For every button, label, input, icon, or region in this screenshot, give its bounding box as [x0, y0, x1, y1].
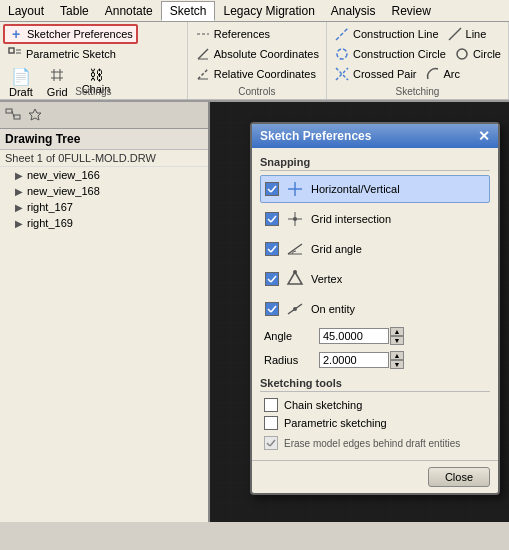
content-area: Drawing Tree Sheet 1 of 0FULL-MOLD.DRW ▶… — [0, 102, 509, 522]
arc-icon — [425, 66, 441, 82]
absolute-coords-label: Absolute Coordinates — [214, 48, 319, 60]
sketching-tools-label: Sketching tools — [260, 377, 490, 392]
parametric-sketching-checkbox[interactable] — [264, 416, 278, 430]
parametric-sketch-button[interactable]: Parametric Sketch — [3, 44, 120, 64]
sketcher-preferences-button[interactable]: + Sketcher Preferences — [3, 24, 138, 44]
horiz-vert-checkbox[interactable] — [265, 182, 279, 196]
snap-vertex[interactable]: Vertex — [260, 265, 490, 293]
modal-close-icon[interactable]: ✕ — [478, 128, 490, 144]
erase-checkbox — [264, 436, 278, 450]
grid-intersection-checkbox[interactable] — [265, 212, 279, 226]
grid-button[interactable]: Grid — [41, 64, 74, 84]
chain-sketching-item[interactable]: Chain sketching — [260, 396, 490, 414]
sketcher-prefs-icon: + — [8, 26, 24, 42]
angle-up-button[interactable]: ▲ — [390, 327, 404, 336]
crossed-pair-label: Crossed Pair — [353, 68, 417, 80]
on-entity-checkbox[interactable] — [265, 302, 279, 316]
radius-down-button[interactable]: ▼ — [390, 360, 404, 369]
grid-snap-icon — [285, 209, 305, 229]
radius-input[interactable] — [319, 352, 389, 368]
panel-star-icon[interactable] — [24, 104, 46, 126]
vertex-checkbox[interactable] — [265, 272, 279, 286]
svg-line-28 — [271, 216, 276, 222]
modal-header: Sketch Preferences ✕ — [252, 124, 498, 148]
menu-annotate[interactable]: Annotate — [97, 2, 161, 20]
on-entity-label: On entity — [311, 303, 355, 315]
tree-item-right-169[interactable]: ▶ right_169 — [0, 215, 208, 231]
angle-row: Angle ▲ ▼ — [260, 325, 490, 347]
line-button[interactable]: Line — [443, 24, 491, 44]
svg-line-20 — [12, 111, 14, 117]
absolute-coords-button[interactable]: Absolute Coordinates — [191, 44, 323, 64]
construction-circle-button[interactable]: Construction Circle — [330, 44, 450, 64]
snap-horiz-vert[interactable]: Horizontal/Vertical — [260, 175, 490, 203]
on-entity-icon — [285, 299, 305, 319]
grid-icon — [49, 67, 65, 86]
arc-button[interactable]: Arc — [421, 64, 465, 84]
parametric-icon — [7, 46, 23, 62]
grid-angle-checkbox[interactable] — [265, 242, 279, 256]
tree-item-new-view-166[interactable]: ▶ new_view_166 — [0, 167, 208, 183]
references-button[interactable]: References — [191, 24, 323, 44]
panel-toolbar — [0, 102, 208, 129]
tree-item-new-view-168[interactable]: ▶ new_view_168 — [0, 183, 208, 199]
chain-button[interactable]: ⛓ Chain — [76, 64, 117, 84]
menubar: Layout Table Annotate Sketch Legacy Migr… — [0, 0, 509, 22]
sketching-section-label: Sketching — [330, 86, 505, 97]
circle-button[interactable]: Circle — [450, 44, 505, 64]
grid-intersection-label: Grid intersection — [311, 213, 391, 225]
controls-section: References Absolute Coordinates Relative… — [188, 22, 327, 99]
ribbon-row: + Sketcher Preferences Parametric Sketch… — [0, 22, 509, 100]
construction-circle-icon — [334, 46, 350, 62]
erase-item: Erase model edges behind draft entities — [260, 434, 490, 452]
sketch-preferences-dialog: Sketch Preferences ✕ Snapping Hor — [250, 122, 500, 495]
controls-buttons: References Absolute Coordinates Relative… — [191, 24, 323, 84]
svg-line-43 — [271, 306, 276, 312]
tree-item-right-167[interactable]: ▶ right_167 — [0, 199, 208, 215]
chain-sketching-label: Chain sketching — [284, 399, 362, 411]
menu-sketch[interactable]: Sketch — [161, 1, 216, 21]
tree-icon-1: ▶ — [15, 186, 23, 197]
parametric-sketching-item[interactable]: Parametric sketching — [260, 414, 490, 432]
menu-review[interactable]: Review — [384, 2, 439, 20]
cad-canvas: Sketch Preferences ✕ Snapping Hor — [210, 102, 509, 522]
close-button[interactable]: Close — [428, 467, 490, 487]
snap-grid-intersection[interactable]: Grid intersection — [260, 205, 490, 233]
snap-grid-angle[interactable]: Grid angle — [260, 235, 490, 263]
snap-on-entity[interactable]: On entity — [260, 295, 490, 323]
draft-button[interactable]: 📄 Draft — [3, 64, 39, 84]
sketching-section: Construction Line Line Construct — [327, 22, 509, 99]
menu-layout[interactable]: Layout — [0, 2, 52, 20]
construction-line-button[interactable]: Construction Line — [330, 24, 443, 44]
svg-rect-0 — [9, 48, 14, 53]
svg-line-39 — [271, 276, 276, 282]
menu-table[interactable]: Table — [52, 2, 97, 20]
crossed-pair-icon — [334, 66, 350, 82]
angle-input[interactable] — [319, 328, 389, 344]
settings-section-label: Settings — [3, 86, 184, 97]
sketching-buttons: Construction Line Line Construct — [330, 24, 505, 84]
svg-marker-21 — [29, 109, 41, 120]
chain-sketching-checkbox[interactable] — [264, 398, 278, 412]
radius-row: Radius ▲ ▼ — [260, 349, 490, 371]
menu-analysis[interactable]: Analysis — [323, 2, 384, 20]
circle-label: Circle — [473, 48, 501, 60]
radius-up-button[interactable]: ▲ — [390, 351, 404, 360]
svg-point-45 — [293, 307, 297, 311]
left-panel: Drawing Tree Sheet 1 of 0FULL-MOLD.DRW ▶… — [0, 102, 210, 522]
svg-point-33 — [293, 217, 297, 221]
grid-angle-label: Grid angle — [311, 243, 362, 255]
panel-tree-icon[interactable] — [2, 104, 24, 126]
modal-footer: Close — [252, 460, 498, 493]
svg-line-8 — [198, 49, 208, 59]
angle-spinner: ▲ ▼ — [390, 327, 404, 345]
vertex-label: Vertex — [311, 273, 342, 285]
construction-line-label: Construction Line — [353, 28, 439, 40]
settings-buttons: + Sketcher Preferences Parametric Sketch… — [3, 24, 184, 84]
relative-coords-button[interactable]: Relative Coordinates — [191, 64, 323, 84]
panel-title: Drawing Tree — [0, 129, 208, 150]
crossed-pair-button[interactable]: Crossed Pair — [330, 64, 421, 84]
angle-down-button[interactable]: ▼ — [390, 336, 404, 345]
menu-legacy-migration[interactable]: Legacy Migration — [215, 2, 322, 20]
svg-point-41 — [293, 270, 297, 274]
